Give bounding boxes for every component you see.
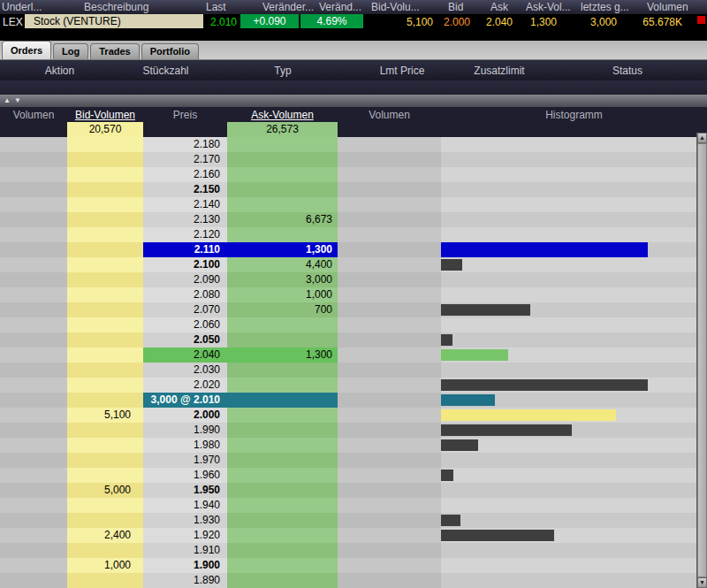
ask-size-cell[interactable] bbox=[227, 408, 338, 423]
col-header-description[interactable]: Beschreibung bbox=[84, 1, 148, 13]
ask-size-cell[interactable] bbox=[227, 332, 338, 347]
price-cell[interactable]: 2.170 bbox=[143, 152, 227, 167]
bid-size-cell[interactable] bbox=[67, 137, 143, 152]
ask-size-cell[interactable] bbox=[227, 137, 338, 152]
price-cell[interactable]: 2.090 bbox=[143, 272, 227, 287]
ask-size-cell[interactable] bbox=[227, 438, 338, 453]
underlying-value[interactable]: LEX bbox=[3, 16, 23, 28]
bid-size-cell[interactable] bbox=[67, 257, 143, 272]
ask-size-cell[interactable] bbox=[227, 182, 338, 197]
price-cell[interactable]: 2.110 bbox=[143, 242, 227, 257]
ask-size-cell[interactable] bbox=[227, 317, 338, 332]
bid-size-cell[interactable]: 1,000 bbox=[67, 558, 143, 573]
price-cell[interactable]: 2.100 bbox=[143, 257, 227, 272]
ask-size-cell[interactable] bbox=[227, 528, 338, 543]
bid-size-cell[interactable] bbox=[67, 378, 143, 393]
bid-size-cell[interactable] bbox=[67, 363, 143, 378]
ask-size-cell[interactable] bbox=[227, 423, 338, 438]
price-cell[interactable]: 2.000 bbox=[143, 408, 227, 423]
col-header-last[interactable]: Last bbox=[206, 1, 226, 13]
col-header-change-pct[interactable]: Veränd... bbox=[319, 1, 361, 13]
last-price-value[interactable]: 2.010 bbox=[201, 16, 237, 28]
col-header-underlying[interactable]: Underl... bbox=[2, 1, 42, 13]
ask-size-cell[interactable]: 6,673 bbox=[227, 212, 338, 227]
collapse-up-icon[interactable]: ▲ bbox=[4, 95, 11, 107]
collapse-down-icon[interactable]: ▼ bbox=[14, 95, 21, 107]
ask-value[interactable]: 2.040 bbox=[472, 16, 513, 28]
orders-header-quantity[interactable]: Stückzahl bbox=[119, 65, 212, 77]
total-volume-value[interactable]: 65.678K bbox=[626, 16, 682, 28]
col-header-bid-volume[interactable]: Bid-Volu... bbox=[371, 1, 420, 13]
price-cell[interactable]: 1.930 bbox=[143, 513, 227, 528]
tab-orders[interactable]: Orders bbox=[2, 41, 51, 59]
scroll-down-icon[interactable]: ▼ bbox=[697, 577, 707, 588]
bid-volume-value[interactable]: 5,100 bbox=[369, 16, 433, 28]
scroll-up-icon[interactable]: ▲ bbox=[697, 133, 707, 143]
tab-portfolio[interactable]: Portfolio bbox=[141, 43, 199, 59]
orders-header-type[interactable]: Typ bbox=[212, 65, 354, 77]
ask-size-cell[interactable] bbox=[227, 573, 338, 588]
col-header-change[interactable]: Veränder... bbox=[262, 1, 314, 13]
bid-size-cell[interactable] bbox=[67, 393, 143, 408]
bid-size-cell[interactable] bbox=[67, 317, 143, 332]
bid-size-cell[interactable] bbox=[67, 423, 143, 438]
ladder-header-bid-volumen[interactable]: Bid-Volumen bbox=[67, 109, 143, 121]
price-cell[interactable]: 1.910 bbox=[143, 543, 227, 558]
price-cell[interactable]: 2.160 bbox=[143, 167, 227, 182]
scrollbar-thumb[interactable] bbox=[697, 143, 707, 577]
bid-size-cell[interactable] bbox=[67, 513, 143, 528]
bid-size-cell[interactable]: 2,400 bbox=[67, 528, 143, 543]
ask-size-cell[interactable] bbox=[227, 197, 338, 212]
bid-size-cell[interactable] bbox=[67, 182, 143, 197]
price-cell[interactable]: 2.050 bbox=[143, 332, 227, 347]
price-cell[interactable]: 1.890 bbox=[143, 573, 227, 588]
ask-size-cell[interactable]: 700 bbox=[227, 302, 338, 317]
ask-size-cell[interactable] bbox=[227, 152, 338, 167]
description-value[interactable]: Stock (VENTURE) bbox=[25, 14, 203, 28]
ask-size-cell[interactable] bbox=[227, 483, 338, 498]
last-size-value[interactable]: 3,000 bbox=[571, 16, 617, 28]
orders-header-aux-limit[interactable]: Zusatzlimit bbox=[451, 65, 548, 77]
price-cell[interactable]: 2.030 bbox=[143, 363, 227, 378]
bid-size-cell[interactable] bbox=[67, 347, 143, 363]
price-cell[interactable]: 3,000 @ 2.010 bbox=[143, 393, 227, 408]
tab-log[interactable]: Log bbox=[53, 43, 88, 59]
ask-size-cell[interactable] bbox=[227, 167, 338, 182]
price-cell[interactable]: 2.060 bbox=[143, 317, 227, 332]
price-cell[interactable]: 1.980 bbox=[143, 438, 227, 453]
bid-value[interactable]: 2.000 bbox=[435, 16, 470, 28]
bid-size-cell[interactable] bbox=[67, 453, 143, 468]
orders-header-status[interactable]: Status bbox=[548, 65, 707, 77]
ask-size-cell[interactable] bbox=[227, 513, 338, 528]
ask-size-cell[interactable] bbox=[227, 498, 338, 513]
ask-size-cell[interactable]: 1,300 bbox=[227, 347, 338, 363]
bid-size-cell[interactable] bbox=[67, 332, 143, 347]
orders-header-action[interactable]: Aktion bbox=[0, 65, 119, 77]
tab-trades[interactable]: Trades bbox=[90, 43, 139, 59]
bid-size-cell[interactable] bbox=[67, 212, 143, 227]
orders-header-lmt-price[interactable]: Lmt Price bbox=[354, 65, 451, 77]
bid-size-cell[interactable] bbox=[67, 152, 143, 167]
ask-size-cell[interactable]: 1,300 bbox=[227, 242, 338, 257]
bid-size-cell[interactable] bbox=[67, 167, 143, 182]
price-cell[interactable]: 2.130 bbox=[143, 212, 227, 227]
bid-size-cell[interactable] bbox=[67, 302, 143, 317]
price-cell[interactable]: 2.180 bbox=[143, 137, 227, 152]
bid-size-cell[interactable]: 5,100 bbox=[67, 408, 143, 423]
price-cell[interactable]: 1.970 bbox=[143, 453, 227, 468]
bid-size-cell[interactable] bbox=[67, 227, 143, 242]
price-cell[interactable]: 1.990 bbox=[143, 423, 227, 438]
price-cell[interactable]: 2.150 bbox=[143, 182, 227, 197]
ask-volume-value[interactable]: 1,300 bbox=[516, 16, 557, 28]
ask-size-cell[interactable] bbox=[227, 453, 338, 468]
price-cell[interactable]: 2.070 bbox=[143, 302, 227, 317]
bid-size-cell[interactable] bbox=[67, 498, 143, 513]
price-cell[interactable]: 1.960 bbox=[143, 468, 227, 483]
ladder-header-ask-volumen[interactable]: Ask-Volumen bbox=[227, 109, 338, 121]
ask-size-cell[interactable] bbox=[227, 468, 338, 483]
price-cell[interactable]: 2.020 bbox=[143, 378, 227, 393]
ask-size-cell[interactable] bbox=[227, 543, 338, 558]
bid-size-cell[interactable] bbox=[67, 573, 143, 588]
col-header-ask[interactable]: Ask bbox=[490, 1, 508, 13]
change-value[interactable]: +0.090 bbox=[240, 14, 299, 28]
